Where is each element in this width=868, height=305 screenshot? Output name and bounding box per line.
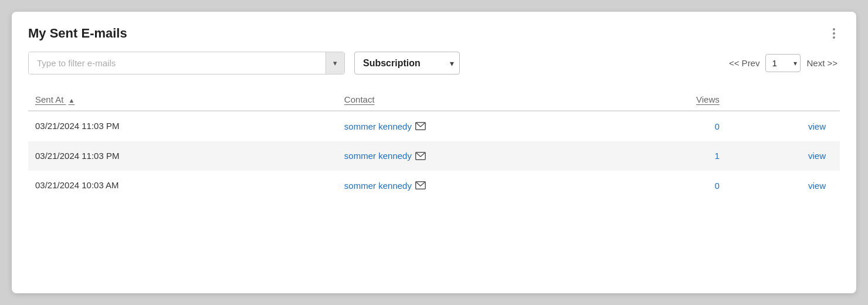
cell-sent-at: 03/21/2024 11:03 PM (28, 141, 337, 171)
more-dot-1 (833, 28, 835, 30)
contact-link[interactable]: sommer kennedy (344, 121, 426, 131)
subscription-select[interactable]: Subscription All Newsletter Promotional (354, 52, 460, 74)
more-dot-3 (833, 36, 835, 39)
col-contact[interactable]: Contact (337, 89, 617, 111)
col-action (727, 89, 840, 111)
table-row: 03/21/2024 10:03 AM sommer kennedy 0view (28, 171, 840, 201)
views-count: 0 (714, 121, 719, 131)
prev-button[interactable]: << Prev (727, 57, 762, 69)
sent-date: 03/21/2024 10:03 AM (35, 180, 119, 190)
table-row: 03/21/2024 11:03 PM sommer kennedy 0view (28, 111, 840, 141)
emails-table: Sent At ▲ Contact Views 03/21/2024 11:03… (28, 89, 840, 201)
cell-sent-at: 03/21/2024 10:03 AM (28, 171, 337, 201)
col-contact-label: Contact (344, 94, 375, 104)
table-header: Sent At ▲ Contact Views (28, 89, 840, 111)
contact-name: sommer kennedy (344, 121, 412, 131)
more-dot-2 (833, 32, 835, 35)
cell-contact: sommer kennedy (337, 141, 617, 171)
cell-action: view (727, 171, 840, 201)
next-button[interactable]: Next >> (804, 57, 840, 69)
subscription-select-wrapper: Subscription All Newsletter Promotional … (354, 52, 460, 74)
sent-date: 03/21/2024 11:03 PM (35, 151, 119, 161)
cell-views: 0 (617, 171, 727, 201)
table-row: 03/21/2024 11:03 PM sommer kennedy 1view (28, 141, 840, 171)
more-options-button[interactable] (828, 26, 840, 41)
contact-name: sommer kennedy (344, 181, 412, 191)
views-count: 1 (714, 151, 719, 161)
cell-action: view (727, 111, 840, 141)
cell-views: 1 (617, 141, 727, 171)
email-icon (415, 152, 426, 160)
page-select[interactable]: 1 2 3 (765, 54, 801, 72)
cell-action: view (727, 141, 840, 171)
views-count: 0 (714, 181, 719, 191)
contact-name: sommer kennedy (344, 151, 412, 161)
contact-link[interactable]: sommer kennedy (344, 151, 426, 161)
card-header: My Sent E-mails (28, 26, 840, 41)
pagination: << Prev 1 2 3 ▾ Next >> (727, 54, 840, 72)
filter-input[interactable] (29, 52, 326, 74)
toolbar: ▾ Subscription All Newsletter Promotiona… (28, 52, 840, 74)
sort-asc-icon: ▲ (69, 97, 75, 104)
cell-views: 0 (617, 111, 727, 141)
view-link[interactable]: view (808, 181, 826, 191)
table-body: 03/21/2024 11:03 PM sommer kennedy 0view… (28, 111, 840, 201)
col-views[interactable]: Views (617, 89, 727, 111)
filter-container: ▾ (28, 52, 345, 74)
cell-contact: sommer kennedy (337, 171, 617, 201)
sent-date: 03/21/2024 11:03 PM (35, 121, 119, 131)
sent-emails-card: My Sent E-mails ▾ Subscription All Newsl… (12, 12, 856, 293)
col-sent-at-label: Sent At (35, 94, 63, 104)
view-link[interactable]: view (808, 151, 826, 161)
email-icon (415, 181, 426, 189)
cell-contact: sommer kennedy (337, 111, 617, 141)
col-views-label: Views (696, 94, 720, 104)
col-sent-at[interactable]: Sent At ▲ (28, 89, 337, 111)
filter-dropdown-button[interactable]: ▾ (326, 52, 344, 74)
card-title: My Sent E-mails (28, 26, 127, 41)
page-select-wrapper: 1 2 3 ▾ (765, 54, 801, 72)
contact-link[interactable]: sommer kennedy (344, 181, 426, 191)
view-link[interactable]: view (808, 121, 826, 131)
email-icon (415, 122, 426, 130)
cell-sent-at: 03/21/2024 11:03 PM (28, 111, 337, 141)
filter-chevron-icon: ▾ (333, 59, 337, 67)
